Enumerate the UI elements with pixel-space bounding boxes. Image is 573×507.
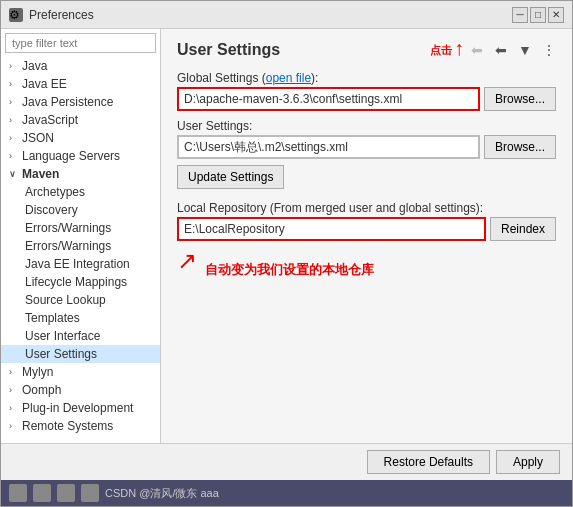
sidebar-item-javaee[interactable]: › Java EE [1,75,160,93]
sidebar-item-maven[interactable]: ∨ Maven [1,165,160,183]
sidebar-item-mylyn[interactable]: › Mylyn [1,363,160,381]
window-icon: ⚙ [9,8,23,22]
menu-button[interactable]: ▼ [514,39,536,61]
sidebar-item-java-persistence[interactable]: › Java Persistence [1,93,160,111]
main-content: › Java › Java EE › Java Persistence [1,29,572,443]
sidebar-item-label: Plug-in Development [22,401,133,415]
right-panel: 点击 ↑ ⬅ ⬅ ▼ ⋮ User Settings Global Settin… [161,29,572,443]
chevron-right-icon: › [9,151,19,161]
sidebar-item-label: Mylyn [22,365,53,379]
chevron-right-icon: › [9,133,19,143]
chevron-right-icon: › [9,61,19,71]
global-settings-browse-button[interactable]: Browse... [484,87,556,111]
user-settings-input[interactable] [177,135,480,159]
global-settings-label: Global Settings (open file): [177,71,556,85]
annotation-auto-label: 自动变为我们设置的本地仓库 [205,261,374,279]
sidebar-item-plugin-development[interactable]: › Plug-in Development [1,399,160,417]
local-repository-section: Local Repository (From merged user and g… [177,201,556,241]
maximize-button[interactable]: □ [530,7,546,23]
sidebar-item-language-servers[interactable]: › Language Servers [1,147,160,165]
sidebar-item-label: Archetypes [25,185,85,199]
sidebar-item-errors-warnings[interactable]: Errors/Warnings [1,219,160,237]
sidebar-item-javaee-integration[interactable]: Java EE Integration [1,255,160,273]
chevron-right-icon: › [9,421,19,431]
sidebar-item-json[interactable]: › JSON [1,129,160,147]
sidebar-item-label: Language Servers [22,149,120,163]
close-button[interactable]: ✕ [548,7,564,23]
preferences-window: ⚙ Preferences ─ □ ✕ › Java [0,0,573,507]
title-buttons: ─ □ ✕ [512,7,564,23]
toolbar-icons: 点击 ↑ ⬅ ⬅ ▼ ⋮ [430,39,560,61]
forward-button[interactable]: ⬅ [490,39,512,61]
user-settings-browse-button[interactable]: Browse... [484,135,556,159]
sidebar-item-label: Java [22,59,47,73]
tree-container: › Java › Java EE › Java Persistence [1,57,160,443]
annotation-section: ↗ 自动变为我们设置的本地仓库 [177,253,556,279]
global-settings-section: Global Settings (open file): Browse... [177,71,556,111]
title-bar: ⚙ Preferences ─ □ ✕ [1,1,572,29]
more-button[interactable]: ⋮ [538,39,560,61]
local-repo-row: Reindex [177,217,556,241]
footer-icon-4[interactable] [81,484,99,502]
sidebar-item-label: Java EE Integration [25,257,130,271]
sidebar-item-label: Java EE [22,77,67,91]
global-settings-row: Browse... [177,87,556,111]
window-title: Preferences [29,8,94,22]
local-repo-input[interactable] [177,217,486,241]
update-settings-button[interactable]: Update Settings [177,165,284,189]
sidebar-item-label: Remote Systems [22,419,113,433]
sidebar-item-label: Errors/Warnings [25,239,111,253]
sidebar-item-javascript[interactable]: › JavaScript [1,111,160,129]
user-settings-row: Browse... [177,135,556,159]
sidebar-item-archetypes[interactable]: Archetypes [1,183,160,201]
sidebar-item-installations[interactable]: Errors/Warnings [1,237,160,255]
bottom-bar: Restore Defaults Apply [1,443,572,480]
footer-icon-3[interactable] [57,484,75,502]
sidebar-item-label: Oomph [22,383,61,397]
open-file-link[interactable]: open file [266,71,311,85]
global-settings-input[interactable] [177,87,480,111]
sidebar-item-java[interactable]: › Java [1,57,160,75]
update-settings-row: Update Settings [177,165,556,189]
apply-button[interactable]: Apply [496,450,560,474]
user-settings-section: User Settings: Browse... Update Settings [177,119,556,189]
annotation-up-arrow: ↑ [454,37,464,60]
sidebar-item-label: JSON [22,131,54,145]
sidebar-item-label: Errors/Warnings [25,221,111,235]
sidebar-item-lifecycle-mappings[interactable]: Lifecycle Mappings [1,273,160,291]
sidebar-item-label: JavaScript [22,113,78,127]
chevron-down-icon: ∨ [9,169,19,179]
sidebar-item-templates[interactable]: Templates [1,309,160,327]
chevron-right-icon: › [9,115,19,125]
footer-bar: CSDN @清风/微东 aaa [1,480,572,506]
sidebar-item-oomph[interactable]: › Oomph [1,381,160,399]
sidebar-item-label: Discovery [25,203,78,217]
sidebar-item-user-settings[interactable]: User Settings [1,345,160,363]
sidebar-item-label: Maven [22,167,59,181]
minimize-button[interactable]: ─ [512,7,528,23]
chevron-right-icon: › [9,385,19,395]
sidebar-item-remote-systems[interactable]: › Remote Systems [1,417,160,435]
sidebar-scroll-area: › Java › Java EE › Java Persistence [1,57,160,443]
sidebar-item-label: Java Persistence [22,95,113,109]
chevron-right-icon: › [9,97,19,107]
user-settings-label: User Settings: [177,119,556,133]
sidebar-item-user-interface[interactable]: User Interface [1,327,160,345]
filter-input[interactable] [5,33,156,53]
reindex-button[interactable]: Reindex [490,217,556,241]
restore-defaults-button[interactable]: Restore Defaults [367,450,490,474]
title-bar-left: ⚙ Preferences [9,8,94,22]
footer-text: CSDN @清风/微东 aaa [105,486,564,501]
sidebar-item-label: Lifecycle Mappings [25,275,127,289]
chevron-right-icon: › [9,403,19,413]
back-button[interactable]: ⬅ [466,39,488,61]
sidebar-item-source-lookup[interactable]: Source Lookup [1,291,160,309]
chevron-right-icon: › [9,367,19,377]
sidebar-item-label: Templates [25,311,80,325]
sidebar-item-label: User Interface [25,329,100,343]
footer-icon-1[interactable] [9,484,27,502]
footer-icon-2[interactable] [33,484,51,502]
sidebar-item-discovery[interactable]: Discovery [1,201,160,219]
chevron-right-icon: › [9,79,19,89]
annotation-click-label: 点击 [430,43,452,58]
